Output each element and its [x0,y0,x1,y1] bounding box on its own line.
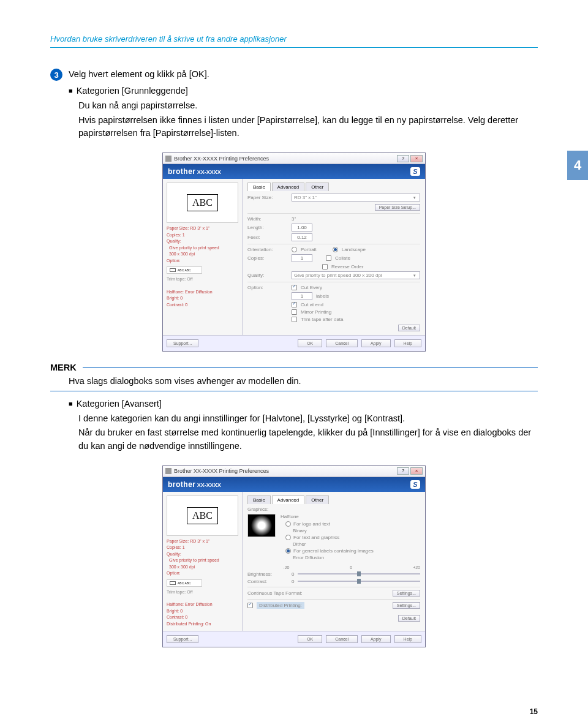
dist-print-check[interactable] [247,603,253,608]
note-body: Hva slags dialogboks som vises avhenger … [69,375,538,388]
trim-after-check[interactable] [292,317,297,322]
solutions-logo-icon: S [410,167,420,176]
dialog-titlebar[interactable]: Brother XX-XXXX Printing Preferences ? × [163,153,425,164]
orientation-label: Orientation: [247,247,288,252]
dialog-title: Brother XX-XXXX Printing Preferences [174,156,269,162]
default-button-2[interactable]: Default [398,615,420,622]
help-button-2[interactable]: Help [394,635,421,643]
tab-advanced[interactable]: Advanced [272,183,305,191]
halftone-logo-radio[interactable] [285,521,291,527]
paper-size-setup-button[interactable]: Paper Size Setup... [375,204,420,211]
landscape-radio[interactable] [333,247,338,252]
brightness-value: 0 [292,571,294,577]
tab-basic[interactable]: Basic [247,183,271,191]
dist-print-label: Distributed Printing: [257,602,304,609]
cut-every-check[interactable] [292,285,297,290]
cancel-button-2[interactable]: Cancel [326,635,358,643]
bullet-advanced-sub1: I denne kategorien kan du angi innstilli… [78,412,538,426]
brightness-slider[interactable] [298,573,420,574]
app-icon [165,468,172,474]
option-mini-preview: ABC ABC [167,266,202,274]
halftone-general-radio[interactable] [285,548,291,554]
dialog-left-panel-2: ABC Paper Size: RD 3" x 1" Copies: 1 Qua… [163,492,243,631]
step-badge: 3 [50,69,62,81]
ctf-label: Continuous Tape Format: [247,590,303,596]
preview-text-2: ABC [187,507,218,524]
print-prefs-dialog-basic: Brother XX-XXXX Printing Preferences ? ×… [162,153,426,352]
dialog-footer: Support... OK Cancel Apply Help [163,335,425,351]
help-button[interactable]: Help [394,339,421,347]
close-window-button-2[interactable]: × [410,467,423,475]
preview-text: ABC [187,194,218,211]
contrast-slider[interactable] [298,581,420,582]
model-text: XX-XXXX [197,169,221,175]
step-row: 3 Velg hvert element og klikk på [OK]. [50,69,538,81]
paper-size-combo[interactable]: RD 3" x 1"▾ [292,194,420,202]
cut-every-input[interactable]: 1 [292,292,312,300]
quality-label: Quality: [247,273,288,278]
collate-check[interactable] [326,255,331,261]
support-button-2[interactable]: Support... [167,635,198,643]
contrast-value: 0 [292,579,294,584]
cancel-button[interactable]: Cancel [326,339,358,347]
copies-input[interactable]: 1 [292,254,312,262]
dialog-right-panel: Basic Advanced Other Paper Size: RD 3" x… [243,179,425,335]
print-prefs-dialog-advanced: Brother XX-XXXX Printing Preferences ? ×… [162,465,426,648]
brand-text-2: brother [168,480,196,489]
ok-button-2[interactable]: OK [298,635,322,643]
tab-other[interactable]: Other [306,183,329,191]
dist-settings-button[interactable]: Settings... [393,602,420,609]
app-icon [165,156,172,162]
chevron-down-icon: ▾ [412,273,418,278]
dialog-footer-2: Support... OK Cancel Apply Help [163,631,425,647]
ok-button[interactable]: OK [298,339,322,347]
graphics-label: Graphics: [247,507,288,512]
left-info: Paper Size: RD 3" x 1" Copies: 1 Quality… [167,225,238,264]
left-info-2: Trim tape: Off Halftone: Error Diffusion… [167,276,238,308]
copies-label: Copies: [247,255,288,261]
solutions-logo-icon: S [410,480,420,489]
mirror-check[interactable] [292,309,297,315]
default-button[interactable]: Default [398,325,420,331]
quality-combo[interactable]: Give priority to print speed 300 x 300 d… [292,271,420,279]
tab-other-2[interactable]: Other [306,495,329,504]
help-window-button[interactable]: ? [397,155,409,162]
length-label: Length: [247,225,288,230]
tab-basic-2[interactable]: Basic [247,495,271,504]
cut-at-end-check[interactable] [292,302,297,307]
paper-size-label: Paper Size: [247,195,288,200]
portrait-radio[interactable] [292,247,297,252]
contrast-label: Contrast: [247,579,288,584]
support-button[interactable]: Support... [167,339,198,347]
dialog-left-panel: ABC Paper Size: RD 3" x 1" Copies: 1 Qua… [163,179,243,335]
brand-text: brother [168,167,196,176]
dialog-titlebar-2[interactable]: Brother XX-XXXX Printing Preferences ? × [163,466,425,477]
page-number: 15 [530,707,538,716]
reverse-order-check[interactable] [322,264,328,269]
ctf-settings-button[interactable]: Settings... [393,590,420,597]
dialog-title-2: Brother XX-XXXX Printing Preferences [174,468,269,474]
breadcrumb-title: Hvordan bruke skriverdriveren til å skri… [50,34,538,43]
apply-button-2[interactable]: Apply [361,635,391,643]
width-value: 3" [292,216,296,222]
bullet-advanced-title: Kategorien [Avansert] [69,399,162,409]
label-preview: ABC [167,183,238,223]
brand-bar-2: brother XX-XXXX S [163,477,425,492]
option-label: Option: [247,285,288,290]
apply-button[interactable]: Apply [361,339,391,347]
brightness-label: Brightness: [247,571,288,577]
length-input[interactable]: 1.00 [292,224,312,232]
halftone-text-radio[interactable] [285,535,291,540]
help-window-button-2[interactable]: ? [397,467,409,475]
close-window-button[interactable]: × [410,155,423,162]
chevron-down-icon: ▾ [412,195,418,200]
tab-advanced-2[interactable]: Advanced [272,495,305,504]
width-label: Width: [247,216,288,222]
feed-label: Feed: [247,235,288,240]
feed-input[interactable]: 0.12 [292,233,312,241]
label-preview-2: ABC [167,495,238,536]
model-text-2: XX-XXXX [197,482,221,488]
bullet-basic-sub2: Hvis papirstørrelsen ikke finnes i liste… [78,114,538,141]
halftone-label: Halftone [281,514,420,519]
halftone-preview-icon [247,514,276,537]
